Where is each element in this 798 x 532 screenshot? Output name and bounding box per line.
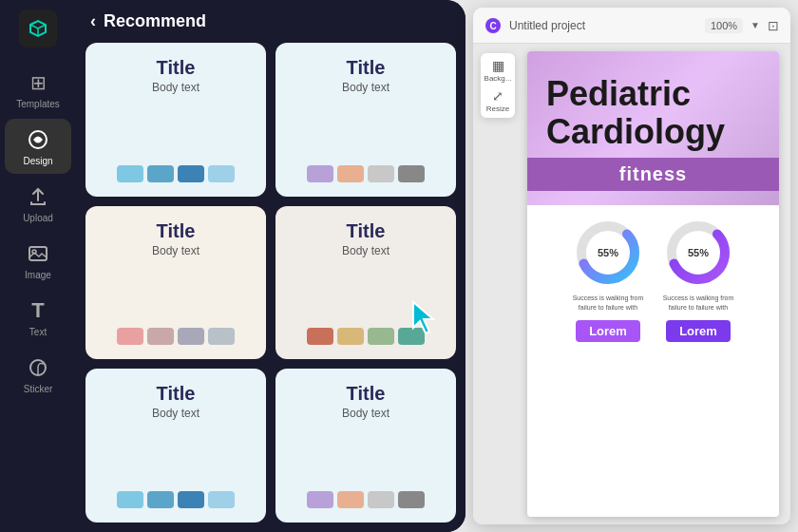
more-options-icon[interactable]: ⊡	[768, 18, 779, 33]
resize-tool[interactable]: ⤢ Resize	[484, 87, 511, 114]
sidebar-design-label: Design	[23, 156, 52, 166]
project-title: Untitled project	[509, 19, 697, 32]
card-1-body: Body text	[152, 81, 200, 94]
template-card-2[interactable]: Title Body text	[276, 43, 456, 197]
card-2-swatches	[307, 165, 425, 182]
titlebar-controls: 100% ▼ ⊡	[705, 18, 779, 33]
main-content: ‹ Recommend Title Body text Title Body t…	[76, 0, 466, 532]
zoom-dropdown-icon[interactable]: ▼	[750, 20, 760, 30]
swatch	[398, 491, 425, 508]
chart-item-1: 55% Success is walking from failure to f…	[570, 219, 646, 342]
design-icon	[25, 126, 51, 153]
canva-icon: C	[484, 17, 502, 34]
card-5-title: Title	[157, 383, 196, 405]
swatch	[398, 165, 425, 182]
card-6-swatches	[307, 491, 425, 508]
sidebar-image-label: Image	[25, 270, 51, 280]
cursor-pointer	[408, 297, 442, 335]
sidebar-templates-label: Templates	[16, 99, 60, 109]
card-3-body: Body text	[152, 244, 200, 257]
card-2-body: Body text	[342, 81, 390, 94]
chart-2-label: 55%	[688, 247, 709, 258]
card-5-swatches	[117, 491, 235, 508]
card-6-body: Body text	[342, 407, 390, 420]
doc-main-title: Pediatric Cardiology	[546, 75, 760, 150]
panel-header: ‹ Recommend	[76, 0, 466, 43]
sidebar-item-sticker[interactable]: Sticker	[5, 347, 71, 402]
mobile-panel: ⊞ Templates Design Upload	[0, 0, 466, 532]
card-3-title: Title	[157, 220, 196, 242]
doc-subtitle-bar: fitness	[527, 158, 779, 191]
background-icon: ▦	[492, 58, 504, 73]
chart-1-desc: Success is walking from failure to failu…	[570, 294, 646, 313]
sidebar-sticker-label: Sticker	[24, 384, 53, 394]
card-4-body: Body text	[342, 244, 390, 257]
card-4-title: Title	[347, 220, 386, 242]
swatch	[147, 165, 174, 182]
card-1-swatches	[117, 165, 235, 182]
desktop-panel: C Untitled project 100% ▼ ⊡ ▦ Backg... ⤢…	[473, 8, 790, 524]
app-logo[interactable]	[19, 10, 57, 48]
upload-icon	[25, 183, 51, 210]
sidebar-text-label: Text	[29, 327, 47, 337]
chart-1-label: 55%	[598, 247, 618, 258]
resize-icon: ⤢	[492, 88, 504, 104]
sidebar-upload-label: Upload	[23, 213, 53, 223]
doc-header: Pediatric Cardiology fitness	[527, 51, 779, 205]
template-card-6[interactable]: Title Body text	[276, 369, 456, 522]
svg-text:C: C	[489, 21, 496, 31]
back-button[interactable]: ‹	[90, 11, 96, 31]
template-card-3[interactable]: Title Body text	[86, 206, 266, 360]
card-6-title: Title	[347, 383, 386, 405]
swatch	[178, 328, 204, 345]
swatch	[307, 328, 333, 345]
card-3-swatches	[117, 328, 235, 345]
doc-charts: 55% Success is walking from failure to f…	[527, 205, 779, 356]
canvas-area: ▦ Backg... ⤢ Resize Pediatric Cardiology…	[473, 44, 790, 524]
swatch	[368, 328, 394, 345]
chart-2-button[interactable]: Lorem	[666, 320, 731, 342]
background-label: Backg...	[484, 74, 512, 83]
card-4-swatches	[307, 328, 425, 345]
templates-grid: Title Body text Title Body text	[76, 43, 466, 532]
template-card-5[interactable]: Title Body text	[86, 369, 266, 522]
swatch	[208, 328, 235, 345]
swatch	[147, 491, 174, 508]
side-tools: ▦ Backg... ⤢ Resize	[481, 53, 515, 118]
card-1-title: Title	[157, 57, 196, 79]
sidebar-item-upload[interactable]: Upload	[5, 176, 71, 231]
zoom-level[interactable]: 100%	[705, 18, 743, 33]
sidebar-item-design[interactable]: Design	[5, 119, 71, 174]
resize-label: Resize	[486, 104, 509, 113]
desktop-titlebar: C Untitled project 100% ▼ ⊡	[473, 8, 790, 44]
background-tool[interactable]: ▦ Backg...	[484, 57, 511, 84]
sidebar-item-text[interactable]: T Text	[5, 290, 71, 345]
sticker-icon	[25, 354, 51, 381]
swatch	[337, 165, 364, 182]
chart-1-button[interactable]: Lorem	[576, 320, 640, 342]
swatch	[307, 491, 333, 508]
sidebar-item-templates[interactable]: ⊞ Templates	[5, 62, 71, 117]
swatch	[368, 165, 394, 182]
chart-2-desc: Success is walking from failure to failu…	[660, 294, 736, 313]
swatch	[208, 491, 235, 508]
panel-title: Recommend	[104, 11, 206, 31]
template-card-1[interactable]: Title Body text	[86, 43, 266, 197]
templates-icon: ⊞	[25, 69, 51, 96]
donut-chart-1: 55%	[575, 219, 641, 286]
template-card-4[interactable]: Title Body text	[276, 206, 456, 360]
donut-chart-2: 55%	[665, 219, 732, 286]
image-icon	[25, 240, 51, 267]
swatch	[147, 328, 174, 345]
swatch	[368, 491, 394, 508]
text-icon: T	[25, 297, 51, 324]
swatch	[178, 165, 204, 182]
swatch	[178, 491, 204, 508]
sidebar-item-image[interactable]: Image	[5, 233, 71, 288]
sidebar: ⊞ Templates Design Upload	[0, 0, 76, 532]
swatch	[208, 165, 235, 182]
swatch	[307, 165, 333, 182]
swatch	[117, 328, 143, 345]
swatch	[117, 491, 143, 508]
card-5-body: Body text	[152, 407, 200, 420]
